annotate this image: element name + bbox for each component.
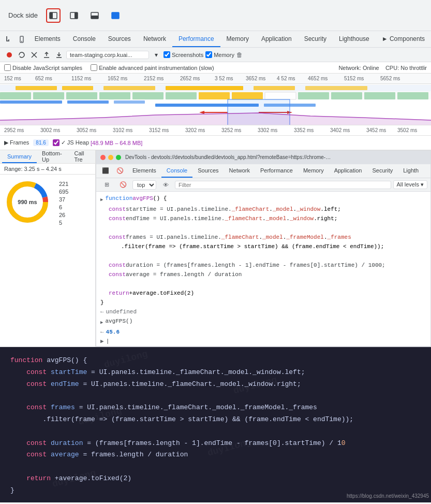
refresh-button[interactable] [17, 50, 27, 60]
svg-rect-8 [6, 40, 8, 41]
svg-point-12 [7, 52, 12, 57]
jsheap-checkbox[interactable] [53, 139, 60, 146]
tab-memory[interactable]: Memory [220, 31, 255, 47]
console-line-6 [96, 251, 430, 261]
frames-row: ▶ Frames 81.6 ✓ JS Heap [48.9 MB – 64.8 … [0, 136, 431, 150]
btick-3: 3102 ms [113, 127, 132, 133]
inner-tab-elements[interactable]: Elements [127, 164, 161, 178]
btick-5: 3202 ms [185, 127, 205, 133]
delete-button[interactable]: 🗑 [236, 51, 243, 59]
tick-9: 4652 ms [308, 76, 328, 81]
console-line-undefined: ←undefined [96, 307, 430, 316]
cursor-icon[interactable] [2, 31, 15, 47]
tab-sources[interactable]: Sources [102, 31, 137, 47]
tab-network[interactable]: Network [137, 31, 172, 47]
inner-tab-application[interactable]: Application [329, 164, 367, 178]
svg-rect-40 [114, 100, 145, 104]
upload-button[interactable] [41, 50, 52, 60]
tick-8: 4 52 ms [277, 76, 295, 81]
dock-right-button[interactable] [67, 8, 81, 23]
context-selector[interactable]: top [132, 180, 156, 190]
num-4: 26 [59, 212, 68, 218]
memory-checkbox[interactable] [205, 51, 212, 58]
inner-tab-network[interactable]: Network [224, 164, 255, 178]
url-display[interactable]: team-staging.corp.kuai... [66, 51, 149, 59]
enable-paint-label[interactable]: Enable advanced paint instrumentation (s… [91, 64, 214, 71]
svg-rect-23 [254, 86, 295, 90]
mobile-icon[interactable] [15, 31, 28, 47]
screenshots-checkbox-label[interactable]: Screenshots [164, 51, 203, 58]
memory-checkbox-label[interactable]: Memory [205, 51, 234, 58]
svg-rect-38 [0, 100, 62, 104]
inner-tab-console[interactable]: Console [161, 164, 192, 178]
inner-tab-memory[interactable]: Memory [298, 164, 329, 178]
svg-rect-35 [331, 92, 362, 99]
eye-icon[interactable]: 👁 [158, 182, 173, 188]
tab-components[interactable]: ► Components [376, 31, 431, 47]
analysis-tab-bar: Summary Bottom-Up Call Tre [0, 150, 95, 164]
inner-tab-lighthouse[interactable]: Lighth [398, 164, 424, 178]
clear-button[interactable] [29, 50, 39, 60]
disable-js-checkbox[interactable] [4, 64, 11, 71]
options-row: Disable JavaScript samples Enable advanc… [0, 62, 431, 74]
inner-no-icon[interactable]: 🚫 [113, 164, 127, 178]
frames-value: 81.6 [33, 139, 48, 146]
console-line-result: ←45.6 [96, 327, 430, 337]
levels-dropdown[interactable]: All levels ▾ [393, 180, 427, 189]
tab-application[interactable]: Application [255, 31, 298, 47]
inner-prompt-icon[interactable]: ⊞ [99, 181, 114, 188]
dock-bottom-button[interactable] [87, 8, 102, 23]
btick-10: 3452 ms [366, 127, 386, 133]
svg-marker-46 [199, 111, 204, 114]
inner-tab-sources[interactable]: Sources [192, 164, 224, 178]
timeline-ruler-top: 152 ms 652 ms 1152 ms 1652 ms 2152 ms 26… [0, 74, 431, 84]
inner-cursor-icon[interactable]: ⬛ [98, 164, 113, 178]
url-dropdown-icon[interactable]: ▾ [151, 50, 161, 60]
console-line-2: const endTime = UI.panels.timeline._flam… [96, 214, 430, 223]
tab-call-tree[interactable]: Call Tre [69, 150, 95, 163]
enable-paint-checkbox[interactable] [91, 64, 97, 71]
tab-lighthouse[interactable]: Lighthouse [333, 31, 376, 47]
undock-button[interactable] [108, 8, 123, 23]
performance-toolbar: team-staging.corp.kuai... ▾ Screenshots … [0, 48, 431, 62]
range-info: Range: 3.25 s – 4.24 s [0, 164, 95, 175]
close-button[interactable] [100, 155, 106, 160]
download-button[interactable] [54, 50, 64, 60]
tab-performance[interactable]: Performance [172, 31, 220, 47]
tab-bottom-up[interactable]: Bottom-Up [37, 150, 69, 163]
svg-rect-9 [8, 39, 9, 41]
code-line-3: const frames = UI.panels.timeline._flame… [10, 402, 421, 413]
summary-panel: 990 ms 221 695 37 6 26 5 [0, 175, 95, 232]
minimize-button[interactable] [108, 155, 113, 160]
btick-4: 3152 ms [149, 127, 169, 133]
disable-js-label[interactable]: Disable JavaScript samples [4, 64, 82, 71]
filter-input[interactable] [175, 181, 391, 189]
donut-chart: 990 ms [4, 179, 51, 225]
code-line-1: const startTime = UI.panels.timeline._fl… [10, 367, 421, 378]
traffic-lights [100, 155, 121, 160]
console-line-avgfps[interactable]: avgFPS() [96, 316, 430, 327]
maximize-button[interactable] [116, 155, 121, 160]
svg-rect-1 [50, 12, 53, 19]
svg-rect-20 [62, 86, 93, 90]
tab-console[interactable]: Console [67, 31, 102, 47]
console-line-prompt[interactable]: ▶| [96, 337, 430, 346]
inner-tab-security[interactable]: Security [367, 164, 398, 178]
svg-rect-7 [6, 36, 7, 40]
tab-summary[interactable]: Summary [2, 150, 37, 163]
tick-7: 3652 ms [246, 76, 265, 81]
num-3: 6 [59, 204, 68, 210]
tab-security[interactable]: Security [298, 31, 333, 47]
record-button[interactable] [4, 50, 14, 60]
performance-chart[interactable] [0, 84, 431, 125]
tab-elements[interactable]: Elements [28, 31, 67, 47]
dock-left-button[interactable] [46, 8, 61, 23]
console-line-5: .filter(frame => (frame.startTime > star… [96, 242, 430, 251]
screenshots-checkbox[interactable] [164, 51, 170, 58]
btick-7: 3302 ms [258, 127, 277, 133]
inner-clear-icon[interactable]: 🚫 [116, 181, 130, 188]
jsheap-label[interactable]: ✓ JS Heap [48.9 MB – 64.8 MB] [53, 139, 143, 146]
inner-tab-performance[interactable]: Performance [255, 164, 298, 178]
dock-bar: Dock side [0, 0, 431, 31]
code-line-2: const endTime = UI.panels.timeline._flam… [10, 379, 421, 390]
